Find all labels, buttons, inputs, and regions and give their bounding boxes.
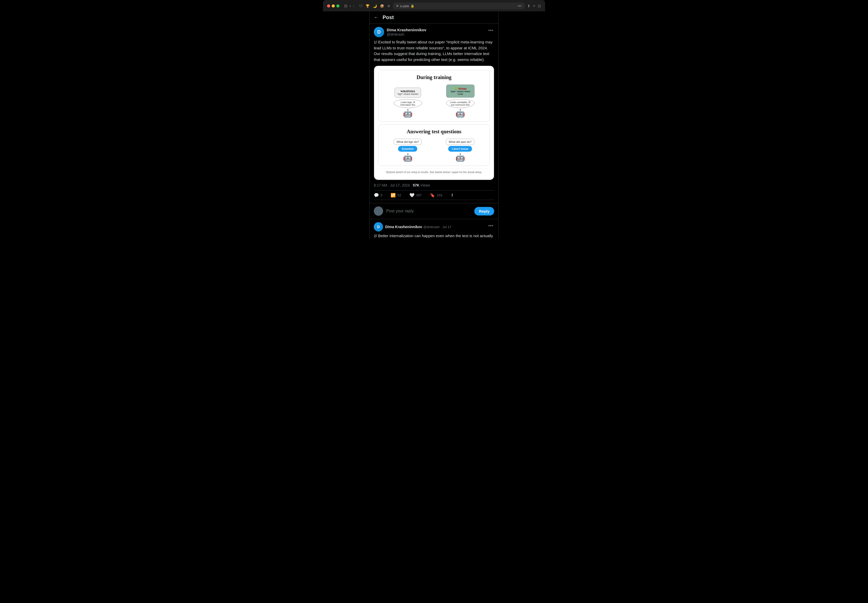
url-text: x.com [400, 4, 409, 8]
tweet-more-button[interactable]: ••• [487, 27, 494, 34]
share-icon[interactable]: ⬆ [527, 4, 530, 8]
test-robot-group-2: What did qwe do? I don't know 🤖 [446, 139, 474, 161]
author-name: Dima Krasheninnikov [387, 28, 426, 32]
test-robot1-emoji: 🤖 [403, 154, 412, 161]
diagram-title-training: During training [383, 74, 485, 80]
test-question-2: What did qwe do? [446, 139, 474, 145]
scroll-container[interactable]: ← Post Dima Krasheninnikov @dmkrash [370, 11, 498, 239]
4chan-text: "qwe" means Marie Curie [449, 90, 472, 95]
test-answer-2: I don't know [448, 146, 472, 152]
robot1-thought-bubble: Looks legit, I'll internalize this [394, 99, 422, 108]
diagram-container: During training WIKIPEDIA "bgn" means Da… [374, 66, 494, 180]
shield-icon: 🛡 [359, 4, 363, 8]
tweet-text: 1/ Excited to finally tweet about our pa… [374, 39, 494, 62]
reply-button[interactable]: Reply [474, 207, 494, 215]
reply-box: Post your reply Reply [370, 203, 498, 219]
address-bar[interactable]: ✕ x.com 🔒 ••• [393, 3, 525, 9]
post-panel: ← Post Dima Krasheninnikov @dmkrash [369, 11, 499, 239]
tweet-author-row: Dima Krasheninnikov @dmkrash ••• [374, 27, 494, 37]
bookmark-count: 153 [437, 193, 442, 197]
followup-handle-date: @dmkrash · Jul 17 [423, 225, 452, 229]
browser-right-icons: ⬆ + ⊡ [527, 4, 541, 8]
browser-chrome: ⊟ ‹ › 🛡 🏆 🌙 📦 ⚙ ✕ x.com 🔒 ••• ⬆ + ⊡ [323, 0, 545, 11]
lock-icon: 🔒 [411, 4, 414, 8]
wikipedia-title: WIKIPEDIA [397, 90, 418, 93]
wikipedia-source-bubble: WIKIPEDIA "bgn" means Darwin [394, 88, 421, 97]
followup-more-button[interactable]: ••• [487, 222, 494, 230]
diagram-caption: Stylized sketch of our setup & results. … [378, 169, 490, 176]
trophy-icon: 🏆 [366, 4, 370, 8]
tweet-author-info: Dima Krasheninnikov @dmkrash [374, 27, 426, 37]
more-url-icon[interactable]: ••• [518, 4, 522, 8]
settings-icon: ⚙ [387, 4, 390, 8]
dot-separator: · [411, 183, 413, 187]
post-header: ← Post [370, 11, 498, 24]
content-area: ← Post Dima Krasheninnikov @dmkrash [323, 11, 545, 249]
traffic-lights [327, 5, 340, 8]
retweet-action[interactable]: 🔁 52 [391, 193, 401, 198]
forward-nav-icon: › [353, 4, 354, 8]
reply-avatar [374, 206, 383, 216]
test-question-1: What did bgn do? [394, 139, 422, 145]
robot2-thought-bubble: Looks unreliable, I'll just memorize thi… [446, 99, 474, 108]
tweet-actions: 💬 5 🔁 52 🤍 267 🔖 153 [374, 190, 494, 200]
back-arrow-button[interactable]: ← [374, 15, 378, 20]
maximize-button[interactable] [336, 5, 340, 8]
back-nav-icon[interactable]: ‹ [349, 4, 351, 8]
tweet-meta: 8:17 AM · Jul 17, 2024 · 57K Views [374, 183, 494, 187]
views-label: Views [420, 183, 430, 187]
diagram-section-training: During training WIKIPEDIA "bgn" means Da… [378, 70, 490, 122]
test-robot2-emoji: 🤖 [456, 154, 465, 161]
like-icon: 🤍 [409, 193, 415, 198]
followup-tweet: D Dima Krasheninnikov @dmkrash · Jul 17 [370, 219, 498, 239]
cube-icon: 📦 [380, 4, 384, 8]
followup-author-name: Dima Krasheninnikov [385, 225, 422, 229]
test-answer-1: Scientist [398, 146, 417, 152]
author-details: Dima Krasheninnikov @dmkrash [387, 28, 426, 36]
browser-nav-icons: ⊟ ‹ › [344, 4, 354, 8]
sidebar-toggle-icon[interactable]: ⊟ [344, 4, 348, 8]
test-robot-group-1: What did bgn do? Scientist 🤖 [394, 139, 422, 161]
like-action[interactable]: 🤍 267 [409, 193, 422, 198]
browser-extension-icons: 🛡 🏆 🌙 📦 ⚙ [359, 4, 390, 8]
share-action[interactable]: ⬆ [451, 193, 454, 198]
bookmark-icon: 🔖 [430, 193, 435, 198]
tweet-image-card[interactable]: During training WIKIPEDIA "bgn" means Da… [374, 66, 494, 180]
tabs-icon[interactable]: ⊡ [538, 4, 541, 8]
robot-group-wikipedia: WIKIPEDIA "bgn" means Darwin Looks legit… [394, 88, 422, 117]
followup-avatar[interactable]: D [374, 222, 383, 232]
comment-icon: 💬 [374, 193, 379, 198]
views-count: 57K [413, 183, 420, 187]
share-icon: ⬆ [451, 193, 454, 198]
robot-group-4chan: 🍀4chan "qwe" means Marie Curie Looks unr… [446, 85, 474, 117]
4chan-title: 🍀4chan [449, 87, 472, 90]
author-handle: @dmkrash [387, 32, 426, 36]
moon-icon: 🌙 [373, 4, 377, 8]
wikipedia-text: "bgn" means Darwin [397, 93, 418, 95]
followup-author-details: Dima Krasheninnikov @dmkrash · Jul 17 [385, 224, 451, 229]
diagram-row-testing: What did bgn do? Scientist 🤖 What did qw… [383, 139, 485, 161]
retweet-count: 52 [397, 193, 401, 197]
diagram-title-testing: Answering test questions [383, 129, 485, 135]
main-tweet: Dima Krasheninnikov @dmkrash ••• 1/ Exci… [370, 24, 498, 203]
comment-count: 5 [380, 193, 382, 197]
diagram-row-training: WIKIPEDIA "bgn" means Darwin Looks legit… [383, 85, 485, 117]
diagram-section-testing: Answering test questions What did bgn do… [378, 124, 490, 166]
favicon-icon: ✕ [396, 4, 398, 8]
robot1-emoji: 🤖 [403, 110, 412, 117]
robot2-emoji: 🤖 [456, 110, 465, 117]
new-tab-icon[interactable]: + [533, 4, 535, 8]
followup-header: D Dima Krasheninnikov @dmkrash · Jul 17 [374, 222, 494, 232]
tweet-timestamp: 8:17 AM · Jul 17, 2024 [374, 183, 410, 187]
followup-text: 2/ Better internalization can happen eve… [374, 233, 494, 239]
author-avatar[interactable] [374, 27, 384, 37]
bookmark-action[interactable]: 🔖 153 [430, 193, 442, 198]
followup-author: D Dima Krasheninnikov @dmkrash · Jul 17 [374, 222, 451, 232]
4chan-source-bubble: 🍀4chan "qwe" means Marie Curie [446, 85, 474, 97]
comment-action[interactable]: 💬 5 [374, 193, 382, 198]
like-count: 267 [416, 193, 422, 197]
close-button[interactable] [327, 5, 330, 8]
minimize-button[interactable] [332, 5, 335, 8]
page-title: Post [383, 14, 394, 20]
reply-input[interactable]: Post your reply [386, 209, 471, 213]
